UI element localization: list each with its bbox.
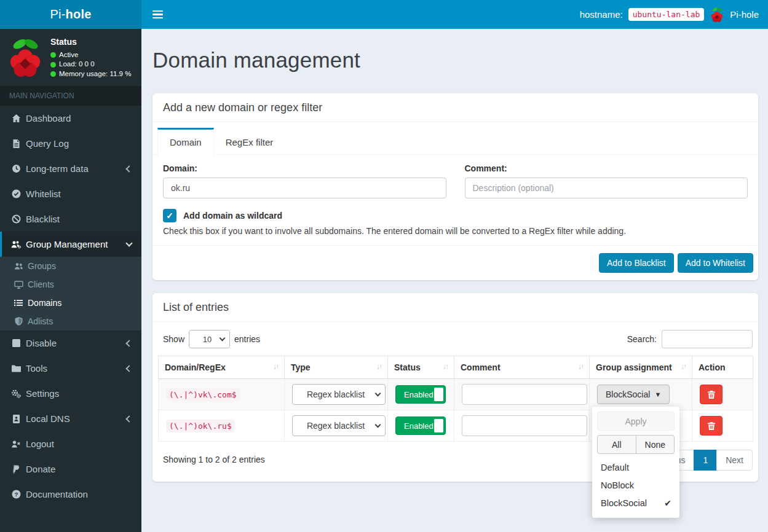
dropdown-option-noblock[interactable]: NoBlock [597, 477, 675, 495]
page-length-select[interactable]: 10 [189, 330, 230, 348]
apply-button[interactable]: Apply [597, 412, 675, 431]
users-gear-icon [9, 240, 23, 249]
pihole-admin-app: Pi-hole hostname: ubuntu-lan-lab Pi-hole [0, 0, 768, 532]
sidebar-item-tools[interactable]: Tools [0, 356, 141, 381]
status-info: Status Active Load: 0 0 0 Memory usage: … [50, 36, 131, 79]
group-assignment-button[interactable]: BlockSocial▼ [597, 385, 670, 404]
sidebar-nav: Dashboard Query Log Long-term data White… [0, 106, 141, 507]
main-content: Domain management Add a new domain or re… [141, 29, 768, 532]
svg-text:?: ? [14, 491, 18, 498]
show-label: Show [163, 334, 184, 344]
topbar: Pi-hole hostname: ubuntu-lan-lab Pi-hole [0, 0, 768, 29]
page-title: Domain management [152, 48, 758, 72]
ban-icon [9, 214, 23, 224]
question-circle-icon: ? [9, 490, 23, 499]
select-all-button[interactable]: All [597, 435, 636, 454]
clock-icon [9, 164, 23, 173]
wildcard-checkbox[interactable]: ✓ [163, 209, 176, 222]
status-load: Load: 0 0 0 [59, 60, 95, 69]
sidebar-item-whitelist[interactable]: Whitelist [0, 181, 141, 206]
delete-entry-button[interactable] [700, 385, 722, 404]
gears-icon [9, 389, 23, 398]
sidebar-item-documentation[interactable]: ? Documentation [0, 482, 141, 507]
add-to-blacklist-button[interactable]: Add to Blacklist [599, 253, 674, 273]
type-select[interactable]: Regex blacklist [292, 384, 386, 405]
sidebar-item-query-log[interactable]: Query Log [0, 131, 141, 156]
sidebar-item-clients[interactable]: Clients [0, 275, 141, 294]
tab-regex-filter[interactable]: RegEx filter [214, 128, 285, 155]
sidebar-item-dashboard[interactable]: Dashboard [0, 106, 141, 131]
entries-table: Domain/RegEx↓↑ Type↓↑ Status↓↑ Comment↓↑… [158, 356, 753, 442]
sidebar-item-donate[interactable]: Donate [0, 456, 141, 482]
sidebar-item-long-term-data[interactable]: Long-term data [0, 156, 141, 181]
status-toggle[interactable]: Enabled [395, 417, 446, 435]
sidebar-item-group-management[interactable]: Group Management [0, 232, 141, 257]
column-header-type[interactable]: Type↓↑ [285, 356, 388, 379]
search-input[interactable] [662, 330, 753, 348]
wildcard-help-text: Check this box if you want to involve al… [152, 226, 758, 245]
column-header-domain[interactable]: Domain/RegEx↓↑ [159, 356, 285, 379]
sidebar-item-settings[interactable]: Settings [0, 381, 141, 406]
chevron-left-icon [125, 340, 132, 346]
sidebar-toggle-icon[interactable] [150, 7, 165, 23]
status-title: Status [50, 36, 131, 48]
pagination-next-button[interactable]: Next [716, 450, 753, 471]
file-icon [9, 139, 23, 148]
comment-input[interactable] [465, 178, 748, 198]
trash-icon [707, 390, 716, 399]
chevron-left-icon [125, 415, 132, 422]
group-management-submenu: Groups Clients Domains Adlists [0, 257, 141, 331]
select-none-button[interactable]: None [636, 435, 675, 454]
add-domain-panel: Add a new domain or regex filter Domain … [152, 93, 758, 280]
status-toggle[interactable]: Enabled [395, 385, 446, 404]
logo-bold: hole [66, 7, 92, 22]
type-select[interactable]: Regex blacklist [292, 415, 386, 436]
check-circle-icon [9, 189, 23, 198]
column-header-status[interactable]: Status↓↑ [388, 356, 454, 379]
chevron-down-icon [125, 240, 132, 247]
sidebar-item-local-dns[interactable]: Local DNS [0, 406, 141, 431]
chevron-left-icon [125, 165, 132, 172]
search-label: Search: [627, 334, 657, 344]
sidebar-item-disable[interactable]: Disable [0, 331, 141, 356]
sidebar-item-logout[interactable]: Logout [0, 431, 141, 456]
app-logo[interactable]: Pi-hole [0, 0, 141, 29]
add-panel-tabs: Domain RegEx filter [152, 122, 758, 155]
trash-icon [707, 421, 716, 431]
shield-icon [12, 317, 25, 326]
toggle-handle [433, 387, 444, 402]
sidebar-item-adlists[interactable]: Adlists [0, 312, 141, 331]
raspberry-icon [710, 7, 724, 23]
all-none-group: All None [597, 435, 675, 454]
show-entries-control: Show 10 entries [158, 330, 260, 348]
group-assignment-dropdown: Apply All None Default NoBlock BlockSoci… [592, 407, 679, 518]
entries-label: entries [234, 334, 260, 344]
brand-text[interactable]: Pi-hole [730, 9, 759, 20]
list-of-entries-panel: List of entries Show 10 entries Search: … [152, 293, 758, 482]
status-dot-icon [50, 62, 56, 68]
sidebar-item-blacklist[interactable]: Blacklist [0, 206, 141, 232]
row-comment-input[interactable] [462, 415, 587, 436]
sort-icon: ↓↑ [443, 362, 448, 371]
status-active: Active [59, 50, 78, 60]
delete-entry-button[interactable] [700, 416, 722, 436]
domain-input[interactable] [163, 178, 446, 198]
check-icon: ✔ [664, 497, 671, 509]
column-header-group-assignment[interactable]: Group assignment↓↑ [590, 356, 692, 379]
user-logout-icon [9, 440, 23, 448]
status-panel: Status Active Load: 0 0 0 Memory usage: … [0, 29, 141, 86]
status-dot-icon [50, 71, 56, 77]
dropdown-option-default[interactable]: Default [597, 459, 675, 477]
dropdown-option-blocksocial[interactable]: BlockSocial✔ [597, 495, 675, 512]
column-header-comment[interactable]: Comment↓↑ [454, 356, 590, 379]
sidebar: Status Active Load: 0 0 0 Memory usage: … [0, 29, 141, 532]
add-to-whitelist-button[interactable]: Add to Whitelist [678, 253, 753, 273]
pagination-page-1-button[interactable]: 1 [694, 450, 717, 471]
sort-icon: ↓↑ [273, 362, 278, 371]
paypal-icon [9, 465, 23, 474]
tab-domain[interactable]: Domain [157, 128, 214, 155]
sidebar-item-groups[interactable]: Groups [0, 257, 141, 275]
row-comment-input[interactable] [462, 384, 587, 405]
sidebar-item-domains[interactable]: Domains [0, 294, 141, 312]
list-panel-title: List of entries [152, 293, 758, 322]
